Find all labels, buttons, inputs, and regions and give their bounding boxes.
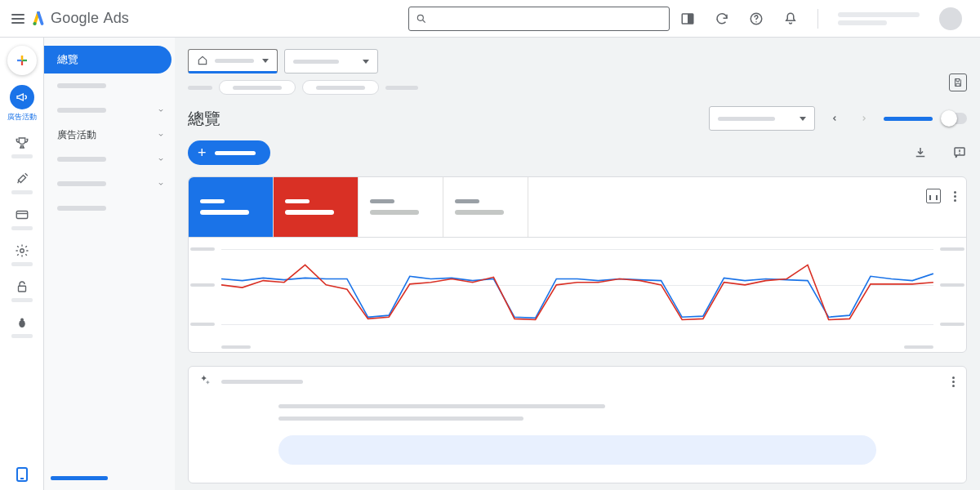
product-logo[interactable]: Google Ads [31, 10, 129, 27]
svg-point-19 [959, 153, 960, 154]
app-bar: Google Ads [0, 0, 980, 38]
nav-item-campaigns[interactable]: 廣告活動 [44, 122, 175, 147]
download-icon[interactable] [913, 145, 928, 160]
app-download-button[interactable] [0, 459, 43, 490]
compare-toggle[interactable] [942, 113, 967, 124]
lock-icon [15, 279, 29, 294]
notifications-icon[interactable] [783, 11, 798, 26]
svg-point-1 [417, 15, 423, 20]
phone-icon [16, 467, 28, 482]
filter-chip[interactable] [302, 80, 379, 95]
nav-item[interactable] [44, 74, 175, 98]
filter-chip-row [188, 80, 967, 95]
account-id [838, 20, 887, 25]
insight-title [221, 380, 303, 384]
card-icon [15, 207, 29, 222]
page-nav: 總覽 廣告活動 [44, 38, 175, 490]
avatar[interactable] [939, 7, 962, 30]
expand-chart-button[interactable] [926, 189, 941, 203]
insight-text [278, 404, 605, 408]
scorecard-metric-2[interactable] [274, 177, 359, 237]
chevron-down-icon [157, 106, 165, 114]
product-name: Google Ads [51, 10, 129, 27]
plus-icon: + [198, 145, 207, 162]
caret-down-icon [262, 59, 269, 63]
save-view-button[interactable] [949, 74, 967, 91]
scope-select-campaign[interactable] [284, 49, 378, 74]
nav-item[interactable] [44, 98, 175, 122]
new-campaign-button[interactable]: + [188, 140, 270, 165]
refresh-icon[interactable] [715, 11, 729, 26]
chevron-down-icon [157, 180, 165, 188]
card-menu-button[interactable] [954, 191, 956, 202]
insight-action[interactable] [278, 435, 876, 465]
account-name [838, 12, 920, 17]
insight-card [188, 366, 967, 483]
tools-icon [15, 172, 29, 186]
svg-rect-11 [16, 212, 28, 219]
scope-select-account[interactable] [188, 49, 278, 74]
nav-item-label: 總覽 [57, 52, 78, 67]
next-period-button[interactable] [854, 109, 874, 128]
megaphone-icon [16, 91, 29, 104]
rail-item-label: 廣告活動 [7, 112, 37, 122]
page-title: 總覽 [188, 108, 220, 130]
rail-item-billing[interactable] [0, 199, 43, 234]
svg-point-16 [20, 318, 24, 321]
menu-icon[interactable] [11, 14, 24, 24]
nav-item[interactable] [44, 147, 175, 172]
rail-item-bugs[interactable] [0, 307, 43, 341]
svg-point-15 [19, 320, 25, 327]
help-icon[interactable] [749, 11, 764, 26]
svg-line-2 [423, 20, 425, 23]
sparkle-icon [200, 375, 213, 388]
rail-item-admin[interactable] [0, 235, 43, 270]
bug-icon [15, 315, 29, 330]
appearance-icon[interactable] [680, 11, 695, 26]
svg-rect-14 [18, 286, 25, 292]
performance-chart-card [188, 176, 967, 353]
search-input[interactable] [408, 7, 670, 31]
scorecard-metric-1[interactable] [189, 177, 274, 237]
chevron-down-icon [157, 155, 165, 163]
nav-item[interactable] [44, 196, 175, 220]
scorecard-metric-3[interactable] [359, 177, 443, 237]
app-download-label[interactable] [51, 476, 108, 480]
google-ads-logo-icon [31, 11, 46, 26]
create-button[interactable] [7, 46, 37, 75]
chevron-down-icon [157, 131, 165, 139]
rail-item-tools[interactable] [0, 163, 43, 198]
svg-point-13 [20, 249, 24, 253]
card-menu-button[interactable] [952, 376, 955, 387]
date-range-select[interactable] [709, 106, 815, 131]
svg-rect-4 [688, 14, 693, 24]
caret-down-icon [800, 117, 806, 121]
gear-icon [15, 243, 29, 258]
main-content: 總覽 + [175, 38, 980, 490]
feedback-icon[interactable] [952, 145, 967, 160]
prev-period-button[interactable] [825, 109, 844, 128]
compare-label [884, 117, 933, 121]
nav-item-overview[interactable]: 總覽 [44, 46, 172, 74]
svg-point-0 [33, 21, 36, 24]
search-icon [416, 13, 427, 24]
home-icon [197, 55, 208, 66]
left-rail: 廣告活動 [0, 38, 44, 490]
rail-item-goals[interactable] [0, 127, 43, 162]
nav-item[interactable] [44, 172, 175, 196]
plus-icon [15, 53, 29, 68]
insight-text [278, 416, 523, 421]
caret-down-icon [363, 60, 369, 64]
rail-item-campaigns[interactable]: 廣告活動 [0, 77, 43, 126]
save-icon [953, 78, 963, 87]
rail-item-security[interactable] [0, 271, 43, 305]
svg-point-6 [755, 21, 757, 23]
trophy-icon [15, 136, 29, 150]
scorecard-metric-4[interactable] [443, 177, 528, 237]
line-chart [221, 246, 933, 332]
filter-chip[interactable] [219, 80, 296, 95]
